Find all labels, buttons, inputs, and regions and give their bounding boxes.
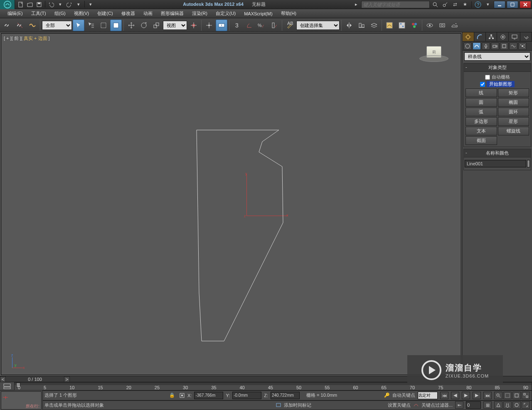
schematic-view-icon[interactable] (396, 20, 408, 31)
btn-circle[interactable]: 圆 (466, 98, 497, 107)
redo-drop-icon[interactable]: ▾ (74, 1, 83, 8)
ref-coord-select[interactable]: 视图 (163, 21, 187, 30)
render-frame-icon[interactable] (436, 20, 448, 31)
viewport[interactable]: [ + ][ 前 ][ 真实 + 边面 ] 前 yxz zxy (1, 33, 461, 375)
autokey-button[interactable]: 自动关键点 (392, 392, 415, 398)
scale-tool[interactable] (150, 20, 162, 31)
time-tag-icon[interactable] (276, 402, 281, 408)
menu-anim[interactable]: 动画 (139, 9, 157, 18)
object-color-swatch[interactable] (527, 160, 530, 167)
pivot-icon[interactable] (188, 20, 200, 31)
render-setup-icon[interactable] (424, 20, 436, 31)
tab-create[interactable] (463, 32, 474, 41)
key-selection-mode[interactable] (418, 392, 438, 399)
key-icon-status[interactable]: 🔑 (384, 393, 390, 398)
angle-snap-icon[interactable] (244, 20, 255, 31)
prev-frame-icon[interactable]: ◀ (451, 392, 459, 399)
save-icon[interactable] (35, 1, 43, 8)
favorite-icon[interactable]: ★ (461, 1, 470, 8)
pan-icon[interactable] (503, 401, 512, 409)
shape-category-select[interactable]: 样条线 (464, 52, 530, 61)
undo-icon[interactable] (47, 1, 55, 8)
coord-y-input[interactable] (232, 392, 261, 399)
menu-custom[interactable]: 自定义(U) (212, 9, 240, 18)
btn-donut[interactable]: 圆环 (498, 108, 530, 116)
create-geometry-icon[interactable] (463, 42, 472, 50)
object-name-input[interactable] (465, 160, 526, 167)
btn-helix[interactable]: 螺旋线 (498, 127, 530, 135)
window-crossing-icon[interactable] (110, 20, 122, 31)
layers-icon[interactable] (368, 20, 380, 31)
lock-selection-icon[interactable]: 🔒 (167, 393, 177, 398)
btn-section[interactable]: 截面 (466, 136, 497, 145)
btn-line[interactable]: 线 (466, 88, 497, 97)
edit-named-sel-icon[interactable]: ABC (284, 20, 296, 31)
setkey-curve-icon[interactable] (413, 402, 419, 408)
tab-modify[interactable] (474, 32, 486, 41)
material-editor-icon[interactable] (409, 20, 420, 31)
redo-icon[interactable] (65, 1, 74, 8)
bind-space-warp-icon[interactable] (27, 20, 38, 31)
orbit-icon[interactable] (512, 401, 521, 409)
menu-maxscript[interactable]: MAXScript(M) (240, 10, 276, 17)
menu-create[interactable]: 创建(C) (93, 9, 117, 18)
tab-display[interactable] (509, 32, 520, 41)
menu-modifiers[interactable]: 修改器 (117, 9, 139, 18)
add-time-tag[interactable]: 添加时间标记 (284, 402, 311, 408)
create-spacewarps-icon[interactable] (509, 42, 517, 50)
render-icon[interactable] (449, 20, 461, 31)
search-icon[interactable] (431, 1, 440, 8)
btn-text[interactable]: 文本 (466, 127, 497, 135)
selection-filter-select[interactable]: 全部 (42, 21, 72, 30)
goto-start-icon[interactable]: ⏮ (440, 392, 448, 399)
help-drop-icon[interactable]: ▾ (483, 1, 493, 8)
app-logo[interactable] (0, 0, 15, 9)
rollout-name-color[interactable]: -名称和颜色 (464, 149, 531, 157)
select-tool[interactable] (73, 20, 84, 31)
keyword-search-input[interactable] (361, 1, 430, 8)
open-file-icon[interactable] (26, 1, 34, 8)
script-listener[interactable]: 所在行: (1, 391, 42, 410)
max-viewport-icon[interactable] (522, 401, 530, 409)
menu-render[interactable]: 渲染(R) (188, 9, 212, 18)
fov-icon[interactable] (494, 401, 502, 409)
help-icon[interactable]: ? (473, 1, 483, 8)
menu-group[interactable]: 组(G) (50, 9, 70, 18)
maximize-button[interactable] (507, 1, 518, 8)
menu-views[interactable]: 视图(V) (70, 9, 94, 18)
timeline-config-icon[interactable] (0, 383, 14, 389)
menu-graph[interactable]: 图形编辑器 (157, 9, 188, 18)
coord-z-input[interactable] (271, 392, 300, 399)
key-mode-icon[interactable]: ⇤ (455, 401, 463, 409)
search-expand-icon[interactable]: ▸ (352, 1, 360, 8)
zoom-icon[interactable] (494, 392, 502, 399)
play-icon[interactable]: ▶ (462, 392, 470, 399)
tab-utilities[interactable] (520, 32, 532, 41)
curve-editor-icon[interactable] (384, 20, 395, 31)
named-selection-select[interactable]: 创建选择集 (296, 21, 340, 30)
undo-drop-icon[interactable]: ▾ (56, 1, 64, 8)
new-file-icon[interactable] (17, 1, 25, 8)
create-helpers-icon[interactable] (500, 42, 508, 50)
current-frame-input[interactable] (466, 401, 481, 409)
isolate-icon[interactable] (179, 393, 185, 398)
btn-star[interactable]: 星形 (498, 117, 530, 126)
viewport-label[interactable]: [ + ][ 前 ][ 真实 + 边面 ] (4, 35, 50, 42)
setkey-button[interactable]: 设置关键点 (388, 402, 411, 408)
create-shapes-icon[interactable] (473, 42, 481, 50)
coord-x-input[interactable] (194, 392, 223, 399)
create-cameras-icon[interactable] (491, 42, 499, 50)
next-frame-icon[interactable]: ▶ (473, 392, 481, 399)
btn-arc[interactable]: 弧 (466, 108, 497, 116)
spline-object[interactable] (196, 129, 287, 345)
viewcube[interactable]: 前 (419, 46, 448, 63)
menu-help[interactable]: 帮助(H) (277, 9, 300, 18)
move-tool[interactable] (126, 20, 137, 31)
key-filters-button[interactable]: 关键点过滤器... (421, 402, 453, 408)
create-systems-icon[interactable] (518, 42, 527, 50)
exchange-icon[interactable] (451, 1, 460, 8)
minimize-button[interactable] (494, 1, 505, 8)
time-config-icon[interactable]: ⊞ (483, 401, 492, 409)
snap-toggle-icon[interactable]: 3 (231, 20, 243, 31)
rollout-object-type[interactable]: -对象类型 (464, 64, 531, 72)
